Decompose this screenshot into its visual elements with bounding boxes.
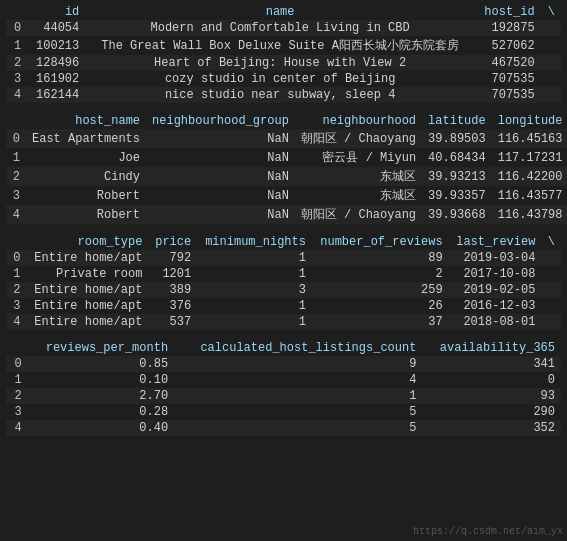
table-row: 2 128496 Heart of Beijing: House with Vi… bbox=[6, 55, 561, 71]
table-2: host_name neighbourhood_group neighbourh… bbox=[6, 113, 567, 224]
table-row: 2 Entire home/apt 389 3 259 2019-02-05 bbox=[6, 282, 561, 298]
col-header-backslash3: \ bbox=[541, 234, 561, 250]
col-header-id: id bbox=[27, 4, 85, 20]
col-header-latitude: latitude bbox=[422, 113, 492, 129]
table-row: 4 Entire home/apt 537 1 37 2018-08-01 bbox=[6, 314, 561, 330]
table-4: reviews_per_month calculated_host_listin… bbox=[6, 340, 561, 436]
col-header-reviews_per_month: reviews_per_month bbox=[28, 340, 174, 356]
col-header-availability_365: availability_365 bbox=[422, 340, 561, 356]
table-row: 0 44054 Modern and Comfortable Living in… bbox=[6, 20, 561, 36]
col-header-idx2 bbox=[6, 113, 26, 129]
col-header-number_of_reviews: number_of_reviews bbox=[312, 234, 449, 250]
col-header-neighbourhood: neighbourhood bbox=[295, 113, 422, 129]
col-header-minimum_nights: minimum_nights bbox=[197, 234, 312, 250]
col-header-name: name bbox=[85, 4, 475, 20]
table-row: 1 Joe NaN 密云县 / Miyun 40.68434 117.17231 bbox=[6, 148, 567, 167]
col-header-calculated_host_listings_count: calculated_host_listings_count bbox=[174, 340, 422, 356]
table-row: 3 161902 cozy studio in center of Beijin… bbox=[6, 71, 561, 87]
table-row: 1 Private room 1201 1 2 2017-10-08 bbox=[6, 266, 561, 282]
table-1: id name host_id \ 0 44054 Modern and Com… bbox=[6, 4, 561, 103]
table-row: 0 Entire home/apt 792 1 89 2019-03-04 bbox=[6, 250, 561, 266]
table-row: 3 0.28 5 290 bbox=[6, 404, 561, 420]
col-header-idx3 bbox=[6, 234, 26, 250]
col-header-last_review: last_review bbox=[449, 234, 542, 250]
table-3: room_type price minimum_nights number_of… bbox=[6, 234, 561, 330]
col-header-host_name: host_name bbox=[26, 113, 146, 129]
col-header-longitude: longitude bbox=[492, 113, 567, 129]
col-header-neighbourhood_group: neighbourhood_group bbox=[146, 113, 295, 129]
table-row: 3 Entire home/apt 376 1 26 2016-12-03 bbox=[6, 298, 561, 314]
table-row: 4 Robert NaN 朝阳区 / Chaoyang 39.93668 116… bbox=[6, 205, 567, 224]
table-row: 3 Robert NaN 东城区 39.93357 116.43577 bbox=[6, 186, 567, 205]
col-header-idx bbox=[6, 4, 27, 20]
table-row: 4 0.40 5 352 bbox=[6, 420, 561, 436]
table-row: 2 Cindy NaN 东城区 39.93213 116.42200 bbox=[6, 167, 567, 186]
col-header-room_type: room_type bbox=[26, 234, 148, 250]
table-row: 4 162144 nice studio near subway, sleep … bbox=[6, 87, 561, 103]
col-header-price: price bbox=[148, 234, 197, 250]
table-row: 1 100213 The Great Wall Box Deluxe Suite… bbox=[6, 36, 561, 55]
table-row: 2 2.70 1 93 bbox=[6, 388, 561, 404]
watermark: https://q.csdm.net/aim_yx bbox=[413, 526, 563, 537]
col-header-idx4 bbox=[6, 340, 28, 356]
col-header-backslash1: \ bbox=[541, 4, 561, 20]
table-row: 0 0.85 9 341 bbox=[6, 356, 561, 372]
dataframe-container: id name host_id \ 0 44054 Modern and Com… bbox=[0, 0, 567, 450]
col-header-host_id: host_id bbox=[475, 4, 541, 20]
table-row: 1 0.10 4 0 bbox=[6, 372, 561, 388]
table-row: 0 East Apartments NaN 朝阳区 / Chaoyang 39.… bbox=[6, 129, 567, 148]
